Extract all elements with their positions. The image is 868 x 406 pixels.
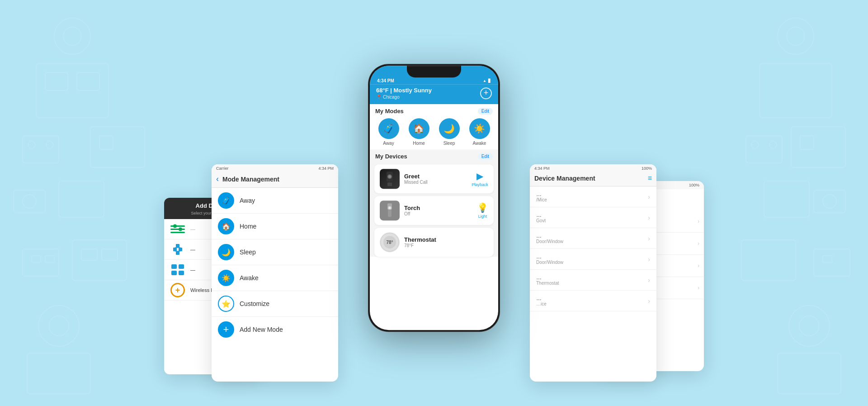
dm-item-5[interactable]: … Thermostat › xyxy=(530,270,656,291)
mode-sleep-circle: 🌙 xyxy=(439,118,460,139)
svg-rect-40 xyxy=(170,229,185,230)
svg-point-42 xyxy=(173,224,177,228)
playback-icon: ▶ xyxy=(476,171,483,182)
torch-thumbnail xyxy=(380,201,400,220)
mode-management-card: Carrier 4:34 PM ‹ Mode Management 🧳 Away… xyxy=(212,164,338,382)
weather-text: 68°F | Mostly Sunny xyxy=(376,87,432,94)
scene: Add Device Select your connection — xyxy=(0,0,868,406)
wifi-icon: ▲ xyxy=(483,79,486,83)
mode-home-btn-label: Home xyxy=(413,141,425,146)
dm-chevron-2: › xyxy=(648,214,650,221)
mode-sleep-btn[interactable]: 🌙 Sleep xyxy=(439,118,460,146)
wireless-icon: + xyxy=(170,284,186,296)
grid-icon xyxy=(170,263,186,276)
filter-icon[interactable]: ≡ xyxy=(648,174,652,182)
mode-home-btn[interactable]: 🏠 Home xyxy=(409,118,429,146)
phone-body: 4:34 PM ▲ ▊ 68°F | Mostly Sunny 📍 Chicag xyxy=(368,64,500,331)
dm-chevron-3: › xyxy=(648,235,650,242)
add-new-mode-button[interactable]: + Add New Mode xyxy=(212,317,338,342)
dm-item-1[interactable]: … /Mice › xyxy=(530,186,656,207)
app-header-top: 68°F | Mostly Sunny 📍 Chicago + xyxy=(376,87,492,100)
mode-sleep-btn-label: Sleep xyxy=(443,141,455,146)
greet-action[interactable]: ▶ Playback xyxy=(472,171,488,187)
dm-item-1-info: … /Mice xyxy=(536,191,547,202)
svg-rect-62 xyxy=(387,182,392,186)
mode-item-away[interactable]: 🧳 Away xyxy=(212,188,338,214)
dm-chevron-5: › xyxy=(648,277,650,284)
dm-item-2[interactable]: … Govt › xyxy=(530,207,656,228)
dm-title: Device Management xyxy=(534,175,595,182)
dm-status-bar: 4:34 PM 100% xyxy=(530,164,656,172)
torch-name: Torch xyxy=(404,205,472,211)
greet-thumbnail xyxy=(380,169,400,189)
events-battery: 100% xyxy=(689,183,699,187)
light-icon: 💡 xyxy=(477,202,488,213)
mode-away-btn-label: Away xyxy=(383,141,394,146)
mode-item-customize[interactable]: ⭐ Customize xyxy=(212,291,338,317)
devices-edit-button[interactable]: Edit xyxy=(478,153,493,160)
dm-item-6[interactable]: … …ice › xyxy=(530,291,656,311)
svg-point-61 xyxy=(388,175,391,178)
sleep-icon: 🌙 xyxy=(218,244,234,260)
event-chevron-3: › xyxy=(698,263,699,269)
mode-away-btn[interactable]: 🧳 Away xyxy=(378,118,399,146)
svg-rect-57 xyxy=(171,271,177,275)
add-button[interactable]: + xyxy=(480,87,492,99)
modes-section-header: My Modes Edit xyxy=(370,104,498,116)
weather-info: 68°F | Mostly Sunny 📍 Chicago xyxy=(376,87,432,100)
device-management-card: 4:34 PM 100% Device Management ≡ … /Mice… xyxy=(530,164,656,382)
phone-screen: 4:34 PM ▲ ▊ 68°F | Mostly Sunny 📍 Chicag xyxy=(370,66,498,330)
playback-label: Playback xyxy=(472,182,488,187)
mode-back-button[interactable]: ‹ xyxy=(216,174,219,184)
away-icon: 🧳 xyxy=(218,192,234,209)
mode-awake-btn-label: Awake xyxy=(473,141,486,146)
dm-chevron-1: › xyxy=(648,193,650,201)
modes-section: My Modes Edit 🧳 Away 🏠 Home � xyxy=(370,104,498,149)
phone-time: 4:34 PM xyxy=(377,78,394,83)
greet-name: Greet xyxy=(404,173,467,180)
add-device-row-1-label: — xyxy=(190,226,195,232)
svg-point-43 xyxy=(179,228,182,231)
modes-edit-button[interactable]: Edit xyxy=(478,108,493,115)
mode-customize-label: Customize xyxy=(240,300,269,307)
mode-awake-label: Awake xyxy=(240,274,259,282)
device-greet[interactable]: Greet Missed Call ▶ Playback xyxy=(374,164,494,193)
devices-section: My Devices Edit xyxy=(370,149,498,257)
svg-text:78°: 78° xyxy=(386,240,393,245)
mode-item-sleep[interactable]: 🌙 Sleep xyxy=(212,239,338,265)
phone-notch xyxy=(407,66,461,77)
dm-item-3[interactable]: … Door/Window › xyxy=(530,228,656,249)
app-header: 68°F | Mostly Sunny 📍 Chicago + xyxy=(370,84,498,104)
mode-item-home[interactable]: 🏠 Home xyxy=(212,214,338,239)
add-device-row-2-label: — xyxy=(190,247,195,252)
event-chevron-2: › xyxy=(698,240,699,247)
center-phone: 4:34 PM ▲ ▊ 68°F | Mostly Sunny 📍 Chicag xyxy=(368,64,500,331)
thermostat-info: Thermostat 78°F xyxy=(404,236,488,248)
svg-rect-44 xyxy=(176,251,179,255)
dm-item-4-info: … Door/Window xyxy=(536,253,563,265)
modes-row: 🧳 Away 🏠 Home 🌙 Sleep ☀️ xyxy=(370,116,498,149)
greet-info: Greet Missed Call xyxy=(404,173,467,185)
mode-item-awake[interactable]: ☀️ Awake xyxy=(212,265,338,291)
dm-item-6-info: … …ice xyxy=(536,295,547,306)
svg-rect-58 xyxy=(179,271,184,275)
device-thermostat[interactable]: 78° Thermostat 78°F xyxy=(374,228,494,257)
mode-card-carrier: Carrier xyxy=(216,166,229,171)
device-torch[interactable]: Torch Off 💡 Light xyxy=(374,196,494,225)
dm-item-2-info: … Govt xyxy=(536,212,546,223)
dm-item-5-info: … Thermostat xyxy=(536,274,559,286)
battery-icon: ▊ xyxy=(488,79,491,83)
dm-battery: 100% xyxy=(642,166,652,171)
light-label: Light xyxy=(478,214,487,219)
event-chevron-1: › xyxy=(698,218,699,224)
mode-home-circle: 🏠 xyxy=(409,118,429,139)
torch-action[interactable]: 💡 Light xyxy=(477,202,488,219)
event-chevron-4: › xyxy=(698,285,699,291)
dm-item-4[interactable]: … Door/Window › xyxy=(530,249,656,270)
mode-away-label: Away xyxy=(240,197,255,204)
dm-chevron-4: › xyxy=(648,256,650,263)
dm-chevron-6: › xyxy=(648,297,650,305)
network-icon xyxy=(170,243,186,256)
mode-awake-btn[interactable]: ☀️ Awake xyxy=(469,118,490,146)
dm-item-3-info: … Door/Window xyxy=(536,233,563,244)
